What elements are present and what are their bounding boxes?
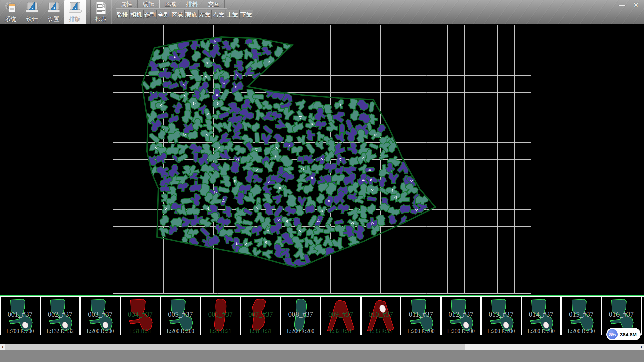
piece-name-label: 008_#37: [281, 310, 320, 319]
tool-buttons-row: 聚排相机选割全割区域瑕疵左靠右靠上靠下靠: [116, 10, 253, 19]
piece-name-label: 001_#37: [1, 310, 40, 319]
thumbnail-cell-011_#37[interactable]: 011_#37L:200 R:200: [401, 296, 441, 335]
piece-name-label: 009_#37: [321, 310, 360, 319]
piece-name-label: 005_#37: [161, 310, 200, 319]
thumbnail-cell-012_#37[interactable]: 012_#37L:200 R:200: [441, 296, 481, 335]
application-window: 系统设计设置排版报表 属性编辑区域排料交互 聚排相机选割全割区域瑕疵左靠右靠上靠…: [0, 0, 644, 362]
module-button-label: 报表: [95, 15, 107, 23]
tool-button-5[interactable]: 瑕疵: [184, 10, 198, 19]
piece-name-label: 012_#37: [442, 310, 481, 319]
thumbnail-cell-008_#37[interactable]: 008_#37L:200 R:200: [281, 296, 321, 335]
tool-button-6[interactable]: 左靠: [198, 10, 212, 19]
menu-tab-3[interactable]: 排料: [181, 0, 203, 8]
memory-usage-badge: 38% 384.8M: [606, 328, 641, 340]
scroll-right-arrow-icon[interactable]: ›: [639, 344, 644, 350]
piece-count-label: L:200 R:200: [81, 328, 120, 334]
scroll-left-arrow-icon[interactable]: ‹: [0, 344, 5, 350]
nesting-ruler-icon: [68, 1, 82, 15]
menu-tabs: 属性编辑区域排料交互: [116, 0, 227, 9]
tool-button-3[interactable]: 全割: [157, 10, 170, 19]
tool-button-8[interactable]: 上靠: [226, 10, 239, 19]
minimize-button[interactable]: —: [616, 1, 628, 10]
window-controls: — ✕: [616, 1, 642, 10]
tool-button-1[interactable]: 相机: [129, 10, 143, 19]
menu-tab-0[interactable]: 属性: [116, 0, 138, 8]
status-bar: [0, 350, 644, 362]
module-button-label: 设置: [48, 15, 59, 23]
menu-tab-1[interactable]: 编辑: [138, 0, 159, 8]
memory-amount-label: 384.8M: [620, 331, 637, 337]
design-ruler-icon: [25, 1, 39, 15]
thumbnail-cell-001_#37[interactable]: 001_#37L:700 R:700: [0, 296, 40, 335]
tool-button-2[interactable]: 选割: [143, 10, 157, 19]
piece-count-label: L:21 R:21: [201, 328, 240, 334]
module-button-label: 设计: [26, 15, 38, 23]
thumbnail-cell-002_#37[interactable]: 002_#37L:132 R:132: [40, 296, 80, 335]
piece-name-label: 006_#37: [201, 310, 240, 319]
ribbon-toolbar: 系统设计设置排版报表 属性编辑区域排料交互 聚排相机选割全割区域瑕疵左靠右靠上靠…: [0, 0, 644, 24]
piece-count-label: L:31 R:31: [241, 328, 280, 334]
piece-count-label: L:200 R:200: [482, 328, 521, 334]
piece-name-label: 013_#37: [482, 310, 521, 319]
thumbnail-cell-005_#37[interactable]: 005_#37L:200 R:200: [160, 296, 201, 335]
piece-name-label: 002_#37: [41, 310, 80, 319]
piece-name-label: 004_#37: [121, 310, 160, 319]
piece-name-label: 007_#37: [241, 310, 280, 319]
module-button-report-doc[interactable]: 报表: [90, 0, 112, 24]
module-button-system-gear[interactable]: 系统: [0, 0, 21, 24]
thumbnail-cell-009_#37[interactable]: 009_#37L:32 R:31: [321, 296, 361, 335]
module-button-label: 系统: [5, 15, 16, 23]
nesting-canvas[interactable]: [0, 24, 644, 295]
piece-count-label: L:32 R:31: [321, 328, 360, 334]
piece-count-label: L:2: [642, 328, 644, 334]
piece-name-label: 014_#37: [522, 310, 561, 319]
module-button-settings-ruler[interactable]: 设置: [43, 0, 64, 24]
thumbnail-cell-010_#37[interactable]: 010_#37L:33 R:33: [361, 296, 401, 335]
system-gear-icon: [4, 1, 18, 15]
piece-count-label: L:200 R:200: [281, 328, 320, 334]
piece-count-label: L:31 R:31: [121, 328, 160, 334]
piece-count-label: L:200 R:200: [522, 328, 561, 334]
piece-count-label: L:200 R:200: [442, 328, 481, 334]
menu-tab-4[interactable]: 交互: [203, 0, 225, 8]
piece-count-label: L:200 R:200: [161, 328, 200, 334]
piece-name-label: 0: [642, 310, 644, 319]
settings-ruler-icon: [47, 1, 61, 15]
piece-name-label: 003_#37: [81, 310, 120, 319]
thumbnail-cell-0[interactable]: 0L:2: [641, 296, 644, 335]
piece-name-label: 015_#37: [562, 310, 601, 319]
piece-name-label: 011_#37: [401, 310, 440, 319]
piece-name-label: 010_#37: [362, 310, 400, 319]
horizontal-scrollbar[interactable]: ‹ ›: [0, 344, 644, 350]
thumbnail-cell-007_#37[interactable]: 007_#37L:31 R:31: [240, 296, 281, 335]
tool-button-7[interactable]: 右靠: [212, 10, 225, 19]
thumbnail-cell-006_#37[interactable]: 006_#37L:21 R:21: [201, 296, 241, 335]
scrollbar-thumb[interactable]: [5, 344, 465, 350]
module-button-design-ruler[interactable]: 设计: [21, 0, 43, 24]
thumbnail-cell-013_#37[interactable]: 013_#37L:200 R:200: [481, 296, 521, 335]
tool-button-9[interactable]: 下靠: [239, 10, 253, 19]
thumbnail-cell-014_#37[interactable]: 014_#37L:200 R:200: [521, 296, 561, 335]
report-doc-icon: [94, 1, 108, 15]
thumbnail-cell-015_#37[interactable]: 015_#37L:200 R:200: [561, 296, 601, 335]
piece-count-label: L:33 R:33: [362, 328, 400, 334]
module-buttons: 系统设计设置排版报表: [0, 0, 112, 24]
close-button[interactable]: ✕: [630, 1, 642, 10]
piece-name-label: 016_#37: [602, 310, 641, 319]
piece-count-label: L:200 R:200: [401, 328, 440, 334]
piece-count-label: L:132 R:132: [41, 328, 80, 334]
thumbnail-cell-004_#37[interactable]: 004_#37L:31 R:31: [120, 296, 161, 335]
menu-area: 属性编辑区域排料交互 聚排相机选割全割区域瑕疵左靠右靠上靠下靠: [116, 0, 253, 19]
tool-button-0[interactable]: 聚排: [116, 10, 129, 19]
thumbnail-cell-003_#37[interactable]: 003_#37L:200 R:200: [80, 296, 120, 335]
memory-percent-indicator: 38%: [607, 329, 618, 339]
module-button-nesting-ruler[interactable]: 排版: [64, 0, 86, 24]
module-button-label: 排版: [69, 15, 81, 23]
tool-button-4[interactable]: 区域: [171, 10, 184, 19]
pieces-thumbnail-strip: 001_#37L:700 R:700002_#37L:132 R:132003_…: [0, 296, 644, 335]
piece-count-label: L:700 R:700: [1, 328, 40, 334]
piece-count-label: L:200 R:200: [562, 328, 601, 334]
menu-tab-2[interactable]: 区域: [159, 0, 181, 8]
